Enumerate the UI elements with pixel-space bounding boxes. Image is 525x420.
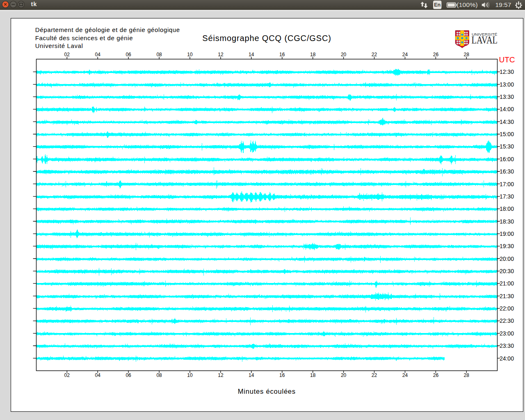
svg-text:10: 10 xyxy=(187,52,193,57)
svg-text:20:30: 20:30 xyxy=(500,268,514,274)
svg-text:14: 14 xyxy=(249,52,254,57)
svg-text:18:30: 18:30 xyxy=(500,218,514,225)
svg-text:22:00: 22:00 xyxy=(500,305,514,312)
svg-text:15:00: 15:00 xyxy=(500,131,514,137)
svg-text:17:30: 17:30 xyxy=(500,193,514,200)
svg-text:14:00: 14:00 xyxy=(500,106,514,112)
svg-text:16:00: 16:00 xyxy=(500,156,514,162)
svg-text:13:30: 13:30 xyxy=(500,94,514,100)
svg-text:18: 18 xyxy=(310,372,316,378)
svg-text:18:00: 18:00 xyxy=(500,205,514,212)
svg-text:UTC: UTC xyxy=(499,55,515,64)
svg-text:24: 24 xyxy=(402,52,408,57)
svg-text:04: 04 xyxy=(95,52,101,57)
svg-text:20:00: 20:00 xyxy=(500,256,514,262)
svg-text:En: En xyxy=(434,2,441,8)
svg-text:24:00: 24:00 xyxy=(500,355,514,362)
svg-text:19:30: 19:30 xyxy=(500,243,514,249)
svg-text:23:30: 23:30 xyxy=(500,342,514,349)
svg-text:02: 02 xyxy=(64,52,70,57)
svg-text:17:00: 17:00 xyxy=(500,181,514,187)
svg-text:12:30: 12:30 xyxy=(500,68,514,75)
svg-text:04: 04 xyxy=(95,372,101,378)
svg-text:16:30: 16:30 xyxy=(500,168,514,175)
svg-text:06: 06 xyxy=(126,52,131,57)
svg-text:20: 20 xyxy=(341,372,347,378)
svg-text:23:00: 23:00 xyxy=(500,330,514,337)
svg-text:12: 12 xyxy=(218,372,224,378)
svg-text:26: 26 xyxy=(433,52,439,57)
svg-text:Minutes écoulées: Minutes écoulées xyxy=(238,388,296,395)
svg-text:16: 16 xyxy=(279,52,285,57)
svg-text:08: 08 xyxy=(156,372,162,378)
svg-text:21:00: 21:00 xyxy=(500,280,514,287)
svg-text:14: 14 xyxy=(249,372,254,378)
svg-text:21:30: 21:30 xyxy=(500,293,514,299)
svg-text:22: 22 xyxy=(372,372,377,378)
svg-text:28: 28 xyxy=(464,52,470,57)
svg-text:08: 08 xyxy=(156,52,162,57)
svg-text:15:30: 15:30 xyxy=(500,143,514,150)
svg-text:20: 20 xyxy=(341,52,347,57)
svg-text:22: 22 xyxy=(372,52,377,57)
svg-text:12: 12 xyxy=(218,52,224,57)
svg-text:10: 10 xyxy=(187,372,193,378)
svg-text:24: 24 xyxy=(402,372,408,378)
svg-text:19:00: 19:00 xyxy=(500,231,514,237)
svg-text:06: 06 xyxy=(126,372,131,378)
svg-text:28: 28 xyxy=(464,372,470,378)
svg-text:18: 18 xyxy=(310,52,316,57)
svg-text:14:30: 14:30 xyxy=(500,119,514,125)
svg-text:16: 16 xyxy=(279,372,285,378)
svg-text:13:00: 13:00 xyxy=(500,81,514,88)
svg-text:22:30: 22:30 xyxy=(500,317,514,324)
svg-text:26: 26 xyxy=(433,372,439,378)
svg-text:02: 02 xyxy=(64,372,70,378)
